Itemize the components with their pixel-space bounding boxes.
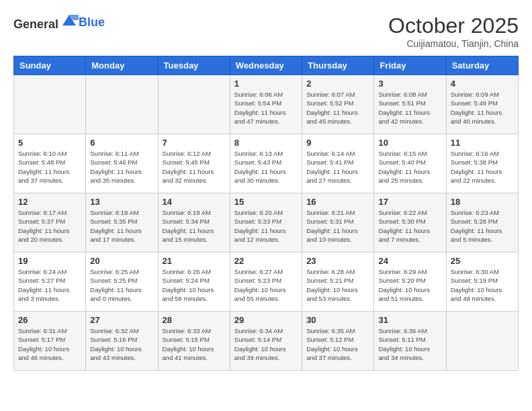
calendar-week-row: 5Sunrise: 6:10 AMSunset: 5:48 PMDaylight… (14, 134, 519, 193)
calendar-cell: 9Sunrise: 6:14 AMSunset: 5:41 PMDaylight… (302, 134, 374, 193)
day-info: Sunrise: 6:21 AMSunset: 5:31 PMDaylight:… (306, 208, 369, 244)
calendar-cell: 13Sunrise: 6:18 AMSunset: 5:35 PMDayligh… (86, 193, 158, 253)
calendar-cell: 7Sunrise: 6:12 AMSunset: 5:45 PMDaylight… (158, 134, 230, 193)
day-info: Sunrise: 6:13 AMSunset: 5:43 PMDaylight:… (234, 149, 298, 185)
logo-blue: Blue (79, 15, 105, 29)
day-number: 20 (90, 256, 153, 266)
day-number: 1 (234, 79, 298, 89)
calendar-cell: 16Sunrise: 6:21 AMSunset: 5:31 PMDayligh… (302, 193, 374, 253)
day-info: Sunrise: 6:23 AMSunset: 5:28 PMDaylight:… (451, 208, 514, 244)
day-number: 9 (306, 138, 369, 148)
day-info: Sunrise: 6:30 AMSunset: 5:19 PMDaylight:… (451, 267, 514, 303)
location: Cuijiamatou, Tianjin, China (388, 38, 519, 49)
calendar-cell: 4Sunrise: 6:09 AMSunset: 5:49 PMDaylight… (446, 75, 518, 134)
day-info: Sunrise: 6:18 AMSunset: 5:35 PMDaylight:… (90, 208, 153, 244)
day-info: Sunrise: 6:08 AMSunset: 5:51 PMDaylight:… (378, 90, 441, 126)
day-number: 28 (163, 315, 226, 325)
calendar-cell: 25Sunrise: 6:30 AMSunset: 5:19 PMDayligh… (446, 253, 518, 312)
day-number: 26 (18, 315, 81, 325)
day-number: 23 (306, 256, 369, 266)
day-number: 15 (234, 197, 298, 207)
day-number: 31 (378, 315, 441, 325)
calendar-cell (14, 75, 86, 134)
day-number: 22 (234, 256, 298, 266)
day-number: 24 (378, 256, 441, 266)
calendar-cell: 12Sunrise: 6:17 AMSunset: 5:37 PMDayligh… (14, 193, 86, 253)
day-header: Saturday (446, 56, 518, 75)
day-number: 11 (451, 138, 514, 148)
calendar-table: SundayMondayTuesdayWednesdayThursdayFrid… (13, 56, 519, 371)
day-info: Sunrise: 6:10 AMSunset: 5:48 PMDaylight:… (18, 149, 81, 185)
calendar-cell: 2Sunrise: 6:07 AMSunset: 5:52 PMDaylight… (302, 75, 374, 134)
day-number: 21 (163, 256, 226, 266)
calendar-cell: 21Sunrise: 6:26 AMSunset: 5:24 PMDayligh… (158, 253, 230, 312)
day-info: Sunrise: 6:06 AMSunset: 5:54 PMDaylight:… (234, 90, 298, 126)
day-header: Friday (374, 56, 446, 75)
day-info: Sunrise: 6:14 AMSunset: 5:41 PMDaylight:… (306, 149, 369, 185)
day-info: Sunrise: 6:29 AMSunset: 5:20 PMDaylight:… (378, 267, 441, 303)
calendar-cell (86, 75, 158, 134)
day-number: 30 (306, 315, 369, 325)
logo: General Blue (13, 13, 105, 32)
calendar-cell: 31Sunrise: 6:36 AMSunset: 5:11 PMDayligh… (374, 312, 446, 371)
calendar-week-row: 26Sunrise: 6:31 AMSunset: 5:17 PMDayligh… (14, 312, 519, 371)
day-info: Sunrise: 6:19 AMSunset: 5:34 PMDaylight:… (163, 208, 226, 244)
day-number: 13 (90, 197, 153, 207)
header-row: SundayMondayTuesdayWednesdayThursdayFrid… (14, 56, 519, 75)
day-info: Sunrise: 6:35 AMSunset: 5:12 PMDaylight:… (306, 326, 369, 362)
day-number: 25 (451, 256, 514, 266)
day-number: 8 (234, 138, 298, 148)
title-area: October 2025 Cuijiamatou, Tianjin, China (388, 13, 519, 49)
calendar-cell: 23Sunrise: 6:28 AMSunset: 5:21 PMDayligh… (302, 253, 374, 312)
day-header: Tuesday (158, 56, 230, 75)
calendar-cell (446, 312, 518, 371)
day-number: 3 (378, 79, 441, 89)
day-number: 14 (163, 197, 226, 207)
page-header: General Blue October 2025 Cuijiamatou, T… (13, 13, 519, 49)
day-number: 19 (18, 256, 81, 266)
calendar-cell: 14Sunrise: 6:19 AMSunset: 5:34 PMDayligh… (158, 193, 230, 253)
day-number: 4 (451, 79, 514, 89)
calendar-cell: 17Sunrise: 6:22 AMSunset: 5:30 PMDayligh… (374, 193, 446, 253)
day-info: Sunrise: 6:28 AMSunset: 5:21 PMDaylight:… (306, 267, 369, 303)
calendar-cell: 15Sunrise: 6:20 AMSunset: 5:33 PMDayligh… (230, 193, 302, 253)
day-info: Sunrise: 6:12 AMSunset: 5:45 PMDaylight:… (163, 149, 226, 185)
calendar-cell: 29Sunrise: 6:34 AMSunset: 5:14 PMDayligh… (230, 312, 302, 371)
day-header: Monday (86, 56, 158, 75)
day-info: Sunrise: 6:17 AMSunset: 5:37 PMDaylight:… (18, 208, 81, 244)
calendar-cell: 8Sunrise: 6:13 AMSunset: 5:43 PMDaylight… (230, 134, 302, 193)
day-header: Thursday (302, 56, 374, 75)
day-number: 17 (378, 197, 441, 207)
day-info: Sunrise: 6:31 AMSunset: 5:17 PMDaylight:… (18, 326, 81, 362)
logo-icon (60, 13, 79, 28)
calendar-cell: 26Sunrise: 6:31 AMSunset: 5:17 PMDayligh… (14, 312, 86, 371)
day-info: Sunrise: 6:16 AMSunset: 5:38 PMDaylight:… (451, 149, 514, 185)
calendar-week-row: 19Sunrise: 6:24 AMSunset: 5:27 PMDayligh… (14, 253, 519, 312)
day-info: Sunrise: 6:26 AMSunset: 5:24 PMDaylight:… (163, 267, 226, 303)
calendar-cell: 20Sunrise: 6:25 AMSunset: 5:25 PMDayligh… (86, 253, 158, 312)
day-number: 5 (18, 138, 81, 148)
day-number: 10 (378, 138, 441, 148)
day-info: Sunrise: 6:07 AMSunset: 5:52 PMDaylight:… (306, 90, 369, 126)
calendar-cell: 10Sunrise: 6:15 AMSunset: 5:40 PMDayligh… (374, 134, 446, 193)
calendar-cell: 22Sunrise: 6:27 AMSunset: 5:23 PMDayligh… (230, 253, 302, 312)
calendar-cell: 28Sunrise: 6:33 AMSunset: 5:15 PMDayligh… (158, 312, 230, 371)
calendar-cell: 27Sunrise: 6:32 AMSunset: 5:16 PMDayligh… (86, 312, 158, 371)
day-info: Sunrise: 6:27 AMSunset: 5:23 PMDaylight:… (234, 267, 298, 303)
calendar-cell: 18Sunrise: 6:23 AMSunset: 5:28 PMDayligh… (446, 193, 518, 253)
day-number: 27 (90, 315, 153, 325)
calendar-cell: 11Sunrise: 6:16 AMSunset: 5:38 PMDayligh… (446, 134, 518, 193)
day-info: Sunrise: 6:20 AMSunset: 5:33 PMDaylight:… (234, 208, 298, 244)
calendar-week-row: 1Sunrise: 6:06 AMSunset: 5:54 PMDaylight… (14, 75, 519, 134)
day-number: 2 (306, 79, 369, 89)
day-info: Sunrise: 6:15 AMSunset: 5:40 PMDaylight:… (378, 149, 441, 185)
calendar-cell: 1Sunrise: 6:06 AMSunset: 5:54 PMDaylight… (230, 75, 302, 134)
day-header: Sunday (14, 56, 86, 75)
day-number: 18 (451, 197, 514, 207)
day-header: Wednesday (230, 56, 302, 75)
calendar-cell: 3Sunrise: 6:08 AMSunset: 5:51 PMDaylight… (374, 75, 446, 134)
day-info: Sunrise: 6:22 AMSunset: 5:30 PMDaylight:… (378, 208, 441, 244)
day-info: Sunrise: 6:25 AMSunset: 5:25 PMDaylight:… (90, 267, 153, 303)
calendar-cell: 19Sunrise: 6:24 AMSunset: 5:27 PMDayligh… (14, 253, 86, 312)
day-number: 6 (90, 138, 153, 148)
